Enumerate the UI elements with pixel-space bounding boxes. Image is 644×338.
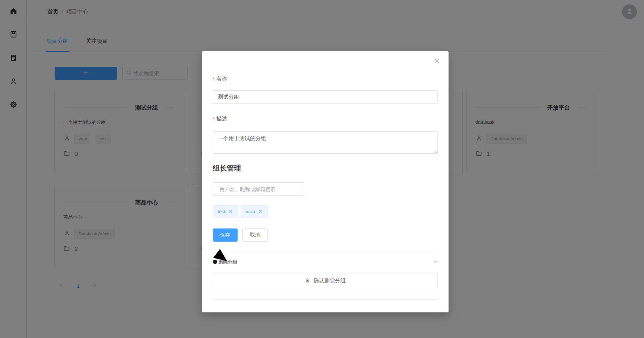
divider xyxy=(213,299,438,300)
leader-search-input[interactable] xyxy=(213,182,304,196)
required-asterisk: * xyxy=(213,76,215,82)
name-field-label: * 名称 xyxy=(213,75,227,83)
tag-close-icon xyxy=(229,209,233,214)
confirm-delete-button[interactable]: 确认删除分组 xyxy=(213,273,438,289)
edit-group-dialog: * 名称 * 描述 一个用于测试的分组 组长管理 test vran 保存 取消 xyxy=(202,51,449,312)
divider xyxy=(213,251,438,251)
required-asterisk: * xyxy=(213,116,215,122)
cancel-button[interactable]: 取消 xyxy=(242,228,268,242)
leader-tag-test: test xyxy=(213,205,238,218)
tag-close-icon xyxy=(258,209,262,214)
description-field-label: * 描述 xyxy=(213,115,227,122)
leader-tags-row: test vran xyxy=(213,205,268,218)
trash-icon xyxy=(305,277,310,284)
dialog-close-button[interactable] xyxy=(432,57,441,66)
save-button[interactable]: 保存 xyxy=(213,228,238,242)
tag-remove-button[interactable] xyxy=(258,209,263,214)
close-icon xyxy=(434,58,440,65)
group-description-textarea[interactable]: 一个用于测试的分组 xyxy=(213,131,438,154)
delete-group-collapse-header[interactable]: 删除分组 xyxy=(213,257,438,267)
group-name-input[interactable] xyxy=(213,90,438,104)
app-root: 首页 / 项目中心 项目分组 关注项目 测试分组 一个用于测试的分组 vran … xyxy=(0,0,644,338)
chevron-down-icon xyxy=(433,259,438,265)
warning-icon xyxy=(213,259,218,265)
delete-section-title: 删除分组 xyxy=(218,259,237,265)
leader-tag-vran: vran xyxy=(241,205,268,218)
leader-management-title: 组长管理 xyxy=(213,163,241,173)
tag-remove-button[interactable] xyxy=(228,209,233,214)
